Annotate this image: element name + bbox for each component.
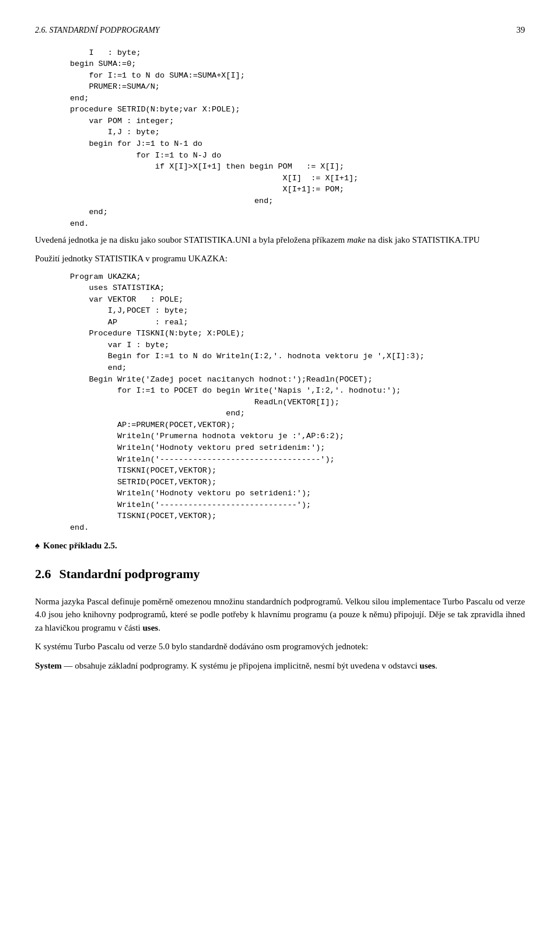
section-number: 2.6 — [35, 564, 51, 583]
section-para-a-cont: . — [158, 623, 160, 632]
section-para-a: Norma jazyka Pascal definuje poměrně ome… — [35, 595, 525, 635]
usage-intro: Použití jednotky STATISTIKA v programu U… — [35, 252, 525, 265]
section-para-b: K systému Turbo Pascalu od verze 5.0 byl… — [35, 640, 525, 653]
section-title: Standardní podprogramy — [60, 564, 200, 583]
code-block-2: Program UKAZKA; uses STATISTIKA; var VEK… — [70, 271, 525, 534]
make-keyword: make — [347, 235, 366, 244]
section-heading-container: 2.6 Standardní podprogramy — [35, 564, 525, 589]
page-header: 2.6. STANDARDNÍ PODPROGRAMY 39 — [35, 23, 525, 37]
section-para-c-end: . — [435, 661, 438, 670]
paragraph-1-cont: na disk jako STATISTIKA.TPU — [366, 235, 480, 244]
section-para-c-text: — obsahuje základní podprogramy. K systé… — [62, 661, 419, 670]
section-para-a-text: Norma jazyka Pascal definuje poměrně ome… — [35, 597, 525, 632]
system-keyword: System — [35, 661, 62, 670]
section-para-c: System — obsahuje základní podprogramy. … — [35, 659, 525, 673]
end-example: ♠ Konec příkladu 2.5. — [35, 539, 525, 552]
uses-keyword-a: uses — [143, 623, 159, 632]
spade-icon: ♠ — [35, 539, 40, 552]
end-example-text: Konec příkladu 2.5. — [43, 539, 117, 552]
page-number: 39 — [516, 23, 525, 37]
uses-keyword-c: uses — [419, 661, 435, 670]
paragraph-1-text: Uvedená jednotka je na disku jako soubor… — [35, 235, 347, 244]
paragraph-statistika: Uvedená jednotka je na disku jako soubor… — [35, 233, 525, 247]
code-block-1: I : byte; begin SUMA:=0; for I:=1 to N d… — [70, 47, 525, 230]
chapter-title: 2.6. STANDARDNÍ PODPROGRAMY — [35, 24, 160, 36]
